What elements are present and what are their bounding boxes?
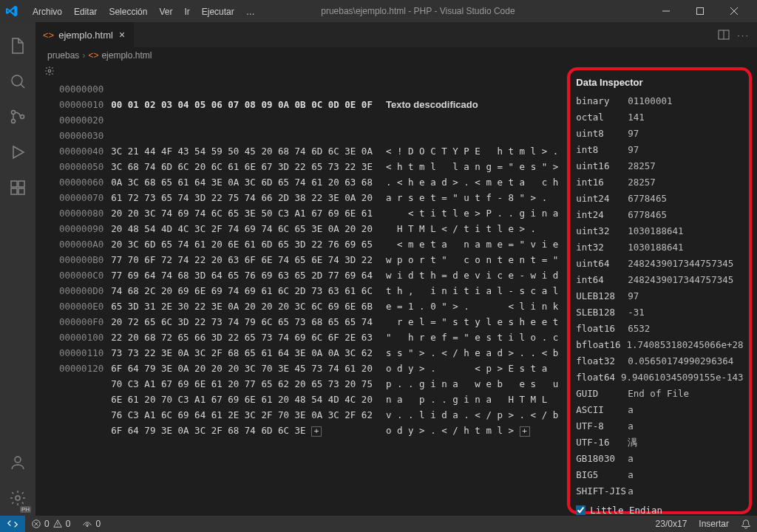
svg-rect-5 bbox=[11, 181, 17, 187]
split-editor-icon[interactable] bbox=[718, 29, 730, 41]
inspector-row[interactable]: int1628257 bbox=[576, 174, 743, 191]
inspector-row[interactable]: int321030188641 bbox=[576, 239, 743, 256]
inspector-row[interactable]: GB18030a bbox=[576, 451, 743, 467]
tab-bar: <> ejemplo.html × ··· bbox=[35, 22, 757, 47]
inspector-row[interactable]: uint1628257 bbox=[576, 158, 743, 174]
svg-point-2 bbox=[12, 111, 16, 115]
inspector-row[interactable]: float649.940610345099155e-143 bbox=[576, 369, 743, 386]
window-controls bbox=[649, 1, 751, 22]
chevron-right-icon: › bbox=[82, 50, 85, 61]
search-icon[interactable] bbox=[0, 64, 35, 99]
menu-item[interactable]: Archivo bbox=[27, 4, 68, 20]
svg-point-12 bbox=[48, 70, 51, 73]
decoded-column[interactable]: Texto descodificado < ! D O C T Y P E h … bbox=[386, 66, 558, 516]
vscode-logo-icon bbox=[6, 5, 18, 17]
svg-rect-6 bbox=[11, 188, 17, 194]
bytes-header: 00 01 02 03 04 05 06 07 08 09 0A 0B 0C 0… bbox=[111, 97, 373, 112]
close-button[interactable] bbox=[717, 0, 751, 22]
window-title: pruebas\ejemplo.html - PHP - Visual Stud… bbox=[190, 6, 646, 16]
explorer-icon[interactable] bbox=[0, 28, 35, 64]
breadcrumb-folder[interactable]: pruebas bbox=[47, 50, 79, 61]
accounts-icon[interactable] bbox=[0, 445, 35, 480]
svg-rect-8 bbox=[18, 181, 24, 187]
insert-mode[interactable]: Insertar bbox=[693, 519, 735, 529]
editor-area: <> ejemplo.html × ··· pruebas › <> ejemp… bbox=[35, 22, 757, 516]
more-actions-icon[interactable]: ··· bbox=[737, 30, 750, 41]
inspector-row[interactable]: float320.05650174990296364 bbox=[576, 353, 743, 369]
inspector-row[interactable]: binary01100001 bbox=[576, 93, 743, 109]
html-file-icon: <> bbox=[88, 50, 98, 61]
data-inspector-panel: Data Inspector binary01100001octal141uin… bbox=[567, 67, 752, 514]
endian-checkbox[interactable] bbox=[576, 505, 585, 515]
inspector-row[interactable]: uint246778465 bbox=[576, 191, 743, 207]
inspector-row[interactable]: uint321030188641 bbox=[576, 223, 743, 239]
svg-point-1 bbox=[12, 75, 22, 86]
svg-point-3 bbox=[12, 120, 16, 123]
close-tab-icon[interactable]: × bbox=[118, 29, 126, 41]
inspector-row[interactable]: int642482439017344757345 bbox=[576, 272, 743, 288]
tab-ejemplo-html[interactable]: <> ejemplo.html × bbox=[35, 22, 135, 47]
inspector-row[interactable]: float166532 bbox=[576, 321, 743, 337]
inspector-row[interactable]: SHIFT-JISa bbox=[576, 483, 743, 499]
breadcrumb-file[interactable]: ejemplo.html bbox=[101, 50, 152, 61]
tab-label: ejemplo.html bbox=[58, 30, 113, 41]
svg-point-10 bbox=[16, 496, 20, 500]
ports-indicator[interactable]: 0 bbox=[76, 519, 106, 529]
inspector-row[interactable]: UTF-8a bbox=[576, 418, 743, 434]
remote-indicator[interactable] bbox=[0, 516, 25, 532]
inspector-row[interactable]: bfloat161.740853180245066e+28 bbox=[576, 337, 743, 353]
inspector-row[interactable]: ULEB12897 bbox=[576, 288, 743, 304]
settings-gear-icon[interactable] bbox=[44, 66, 59, 516]
menu-item[interactable]: Ver bbox=[153, 4, 178, 20]
html-file-icon: <> bbox=[43, 30, 54, 41]
decoded-header: Texto descodificado bbox=[386, 97, 558, 112]
inspector-row[interactable]: ASCIIa bbox=[576, 402, 743, 418]
breadcrumb[interactable]: pruebas › <> ejemplo.html bbox=[35, 47, 757, 63]
problems-indicator[interactable]: 0 0 bbox=[25, 519, 76, 529]
svg-rect-7 bbox=[18, 188, 24, 194]
bytes-column[interactable]: 00 01 02 03 04 05 06 07 08 09 0A 0B 0C 0… bbox=[111, 66, 373, 516]
status-bar: 0 0 0 23/0x17 Insertar bbox=[0, 516, 757, 532]
inspector-row[interactable]: int246778465 bbox=[576, 207, 743, 223]
inspector-title: Data Inspector bbox=[576, 75, 743, 90]
inspector-row[interactable]: uint897 bbox=[576, 126, 743, 142]
inspector-row[interactable]: SLEB128-31 bbox=[576, 304, 743, 321]
notifications-icon[interactable] bbox=[735, 519, 757, 529]
svg-rect-0 bbox=[697, 7, 704, 14]
svg-point-9 bbox=[15, 457, 21, 463]
add-byte-button[interactable]: + bbox=[311, 426, 322, 437]
endian-label: Little Endian bbox=[590, 502, 662, 516]
menu-item[interactable]: Selección bbox=[103, 4, 153, 20]
language-badge: PH bbox=[20, 506, 31, 513]
inspector-row[interactable]: BIG5a bbox=[576, 467, 743, 483]
inspector-row[interactable]: octal141 bbox=[576, 109, 743, 126]
inspector-row[interactable]: int897 bbox=[576, 142, 743, 158]
settings-gear-icon[interactable]: PH bbox=[0, 480, 35, 516]
title-bar: ArchivoEditarSelecciónVerIrEjecutar… pru… bbox=[0, 0, 757, 22]
activity-bar: PH bbox=[0, 22, 35, 516]
inspector-row[interactable]: GUIDEnd of File bbox=[576, 386, 743, 402]
minimize-button[interactable] bbox=[649, 0, 683, 22]
source-control-icon[interactable] bbox=[0, 99, 35, 134]
maximize-button[interactable] bbox=[683, 0, 717, 22]
inspector-row[interactable]: uint642482439017344757345 bbox=[576, 256, 743, 272]
cursor-position[interactable]: 23/0x17 bbox=[650, 519, 693, 529]
little-endian-checkbox[interactable]: Little Endian bbox=[576, 502, 743, 516]
svg-point-14 bbox=[87, 525, 89, 527]
menu-item[interactable]: Editar bbox=[68, 4, 103, 20]
run-debug-icon[interactable] bbox=[0, 134, 35, 170]
offsets-column: 0000000000000010000000200000003000000040… bbox=[59, 66, 103, 516]
add-char-button[interactable]: + bbox=[520, 426, 530, 437]
inspector-row[interactable]: UTF-16湡 bbox=[576, 434, 743, 451]
hex-editor[interactable]: 0000000000000010000000200000003000000040… bbox=[35, 63, 757, 516]
extensions-icon[interactable] bbox=[0, 170, 35, 205]
